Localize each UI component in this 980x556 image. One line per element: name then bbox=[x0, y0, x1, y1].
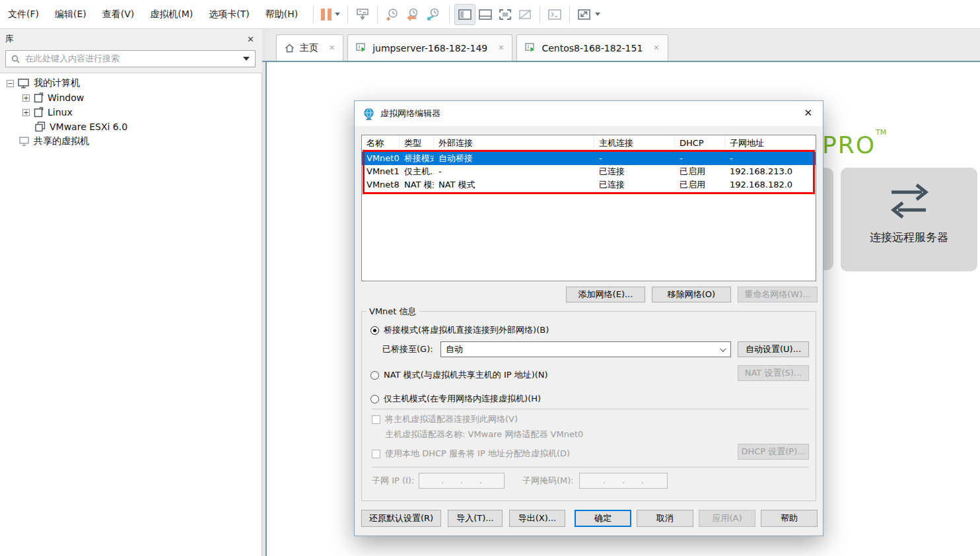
column-header[interactable]: 外部连接 bbox=[434, 135, 594, 152]
stretch-icon bbox=[577, 9, 592, 20]
auto-settings-button[interactable]: 自动设置(U)... bbox=[738, 341, 809, 357]
tree-item-shared-vms[interactable]: 共享的虚拟机 bbox=[0, 134, 262, 149]
library-close-icon[interactable]: ✕ bbox=[247, 34, 254, 44]
toolbar-separator bbox=[540, 6, 540, 23]
bridged-to-select[interactable]: 自动 bbox=[440, 341, 731, 357]
radio-unchecked-icon[interactable] bbox=[370, 395, 379, 403]
cancel-button[interactable]: 取消 bbox=[637, 510, 693, 527]
rename-network-button: 重命名网络(W)... bbox=[738, 287, 818, 302]
menu-help[interactable]: 帮助(H) bbox=[265, 9, 298, 20]
bridged-mode-option[interactable]: 桥接模式(将虚拟机直接连接到外部网络)(B) bbox=[370, 324, 549, 336]
snapshot-manager-button[interactable] bbox=[423, 4, 444, 25]
remove-network-button[interactable]: 移除网络(O) bbox=[652, 287, 731, 302]
tab-bar: 主页 ✕ jumpserver-168-182-149 ✕ Centos8- bbox=[265, 29, 980, 61]
cell: VMnet0 bbox=[362, 152, 400, 165]
connect-adapter-option: 将主机虚拟适配器连接到此网络(V) bbox=[372, 413, 518, 425]
dhcp-settings-button: DHCP 设置(P)... bbox=[738, 444, 809, 460]
column-header[interactable]: 名称 bbox=[362, 135, 400, 152]
dropdown-caret-icon[interactable] bbox=[595, 13, 600, 16]
collapse-expander-icon[interactable]: − bbox=[7, 80, 14, 87]
send-ctrl-alt-del-button[interactable] bbox=[353, 4, 372, 25]
search-icon bbox=[11, 55, 20, 63]
menu-toolbar-bar: 文件(F) 编辑(E) 查看(V) 虚拟机(M) 选项卡(T) 帮助(H) bbox=[0, 0, 980, 29]
cell: 已启用 bbox=[675, 165, 725, 178]
search-dropdown-caret-icon[interactable] bbox=[243, 57, 250, 61]
fullscreen-button[interactable] bbox=[495, 4, 515, 25]
library-panel: 库 ✕ 在此处键入内容进行搜索 − 我的计算机 + bbox=[0, 29, 262, 556]
toolbar bbox=[308, 0, 603, 28]
group-divider bbox=[372, 467, 809, 468]
revert-snapshot-button[interactable] bbox=[402, 4, 423, 25]
cell: 已连接 bbox=[594, 165, 675, 178]
take-snapshot-button[interactable] bbox=[382, 4, 402, 25]
subnet-ip-field: . . . bbox=[419, 473, 505, 489]
tab-label: jumpserver-168-182-149 bbox=[372, 43, 487, 53]
export-button[interactable]: 导出(X)... bbox=[509, 510, 565, 527]
bridged-to-label: 已桥接至(G): bbox=[382, 343, 433, 355]
expand-expander-icon[interactable]: + bbox=[22, 94, 30, 102]
console-icon bbox=[547, 9, 562, 20]
connect-remote-server-card[interactable]: 连接远程服务器 bbox=[841, 168, 977, 271]
radio-unchecked-icon[interactable] bbox=[370, 371, 379, 380]
snapshot-revert-icon bbox=[405, 8, 421, 21]
tab-home[interactable]: 主页 ✕ bbox=[276, 34, 343, 61]
ok-button[interactable]: 确定 bbox=[575, 510, 631, 527]
tree-item-esxi[interactable]: VMware ESXi 6.0 bbox=[0, 120, 262, 134]
toolbar-separator bbox=[347, 6, 348, 23]
tree-item-my-computer[interactable]: − 我的计算机 bbox=[0, 76, 262, 90]
show-library-button[interactable] bbox=[454, 4, 475, 25]
menu-file[interactable]: 文件(F) bbox=[8, 9, 39, 20]
free-stretch-button[interactable] bbox=[575, 4, 603, 25]
tab-close-icon[interactable]: ✕ bbox=[498, 44, 504, 52]
thumbnail-bar-icon bbox=[478, 9, 493, 20]
tab-jumpserver[interactable]: jumpserver-168-182-149 ✕ bbox=[347, 34, 512, 61]
dialog-title-bar[interactable]: 虚拟网络编辑器 ✕ bbox=[355, 101, 823, 126]
tree-item-label: Linux bbox=[48, 107, 73, 118]
vm-group-icon bbox=[34, 107, 44, 118]
tab-close-icon[interactable]: ✕ bbox=[329, 44, 335, 52]
menu-vm[interactable]: 虚拟机(M) bbox=[150, 9, 193, 20]
cell: 仅主机... bbox=[400, 165, 434, 178]
cell: 已连接 bbox=[594, 178, 675, 191]
unity-mode-button[interactable] bbox=[515, 4, 535, 25]
nat-mode-option[interactable]: NAT 模式(与虚拟机共享主机的 IP 地址)(N) bbox=[370, 369, 548, 381]
dropdown-caret-icon[interactable] bbox=[335, 13, 340, 16]
table-header-row[interactable]: 名称 类型 外部连接 主机连接 DHCP 子网地址 bbox=[362, 135, 816, 152]
table-row-vmnet0[interactable]: VMnet0 桥接模式 自动桥接 - - - bbox=[362, 152, 816, 165]
tree-item-linux[interactable]: + Linux bbox=[0, 105, 262, 120]
column-header[interactable]: 类型 bbox=[400, 135, 434, 152]
tab-close-icon[interactable]: ✕ bbox=[653, 44, 659, 52]
import-button[interactable]: 导入(T)... bbox=[448, 510, 503, 527]
cell: 192.168.213.0 bbox=[725, 165, 816, 178]
library-title: 库 bbox=[5, 33, 14, 45]
column-header[interactable]: DHCP bbox=[675, 135, 725, 152]
expand-expander-icon[interactable]: + bbox=[22, 109, 30, 116]
tab-centos8[interactable]: Centos8-168-182-151 ✕ bbox=[516, 34, 668, 61]
hostonly-mode-option[interactable]: 仅主机模式(在专用网络内连接虚拟机)(H) bbox=[370, 393, 541, 405]
show-thumbnail-bar-button[interactable] bbox=[475, 4, 495, 25]
help-button[interactable]: 帮助 bbox=[761, 510, 818, 527]
vm-group-icon bbox=[34, 92, 44, 103]
table-row-vmnet8[interactable]: VMnet8 NAT 模式 NAT 模式 已连接 已启用 192.168.182… bbox=[362, 178, 816, 191]
menu-edit[interactable]: 编辑(E) bbox=[55, 9, 87, 20]
library-search-input[interactable]: 在此处键入内容进行搜索 bbox=[5, 50, 256, 67]
column-header[interactable]: 子网地址 bbox=[725, 135, 816, 152]
dhcp-option: 使用本地 DHCP 服务将 IP 地址分配给虚拟机(D) bbox=[372, 448, 570, 460]
menu-tabs[interactable]: 选项卡(T) bbox=[209, 9, 249, 20]
remote-server-label: 连接远程服务器 bbox=[870, 230, 948, 245]
menu-view[interactable]: 查看(V) bbox=[102, 9, 135, 20]
dialog-close-icon[interactable]: ✕ bbox=[804, 107, 812, 119]
dialog-title: 虚拟网络编辑器 bbox=[380, 108, 440, 120]
tree-item-window[interactable]: + Window bbox=[0, 90, 262, 105]
library-panel-icon bbox=[458, 9, 472, 20]
power-pause-button[interactable] bbox=[318, 4, 343, 25]
console-view-button[interactable] bbox=[545, 4, 565, 25]
add-network-button[interactable]: 添加网络(E)... bbox=[566, 287, 645, 302]
restore-defaults-button[interactable]: 还原默认设置(R) bbox=[361, 510, 441, 527]
tab-label: Centos8-168-182-151 bbox=[542, 43, 643, 53]
cell: 桥接模式 bbox=[400, 152, 434, 165]
virtual-network-editor-dialog: 虚拟网络编辑器 ✕ 名称 类型 外部连接 主机连接 DHCP 子网地址 VMne… bbox=[354, 100, 823, 536]
table-row-vmnet1[interactable]: VMnet1 仅主机... - 已连接 已启用 192.168.213.0 bbox=[362, 165, 816, 178]
radio-checked-icon[interactable] bbox=[370, 326, 379, 335]
column-header[interactable]: 主机连接 bbox=[594, 135, 675, 152]
